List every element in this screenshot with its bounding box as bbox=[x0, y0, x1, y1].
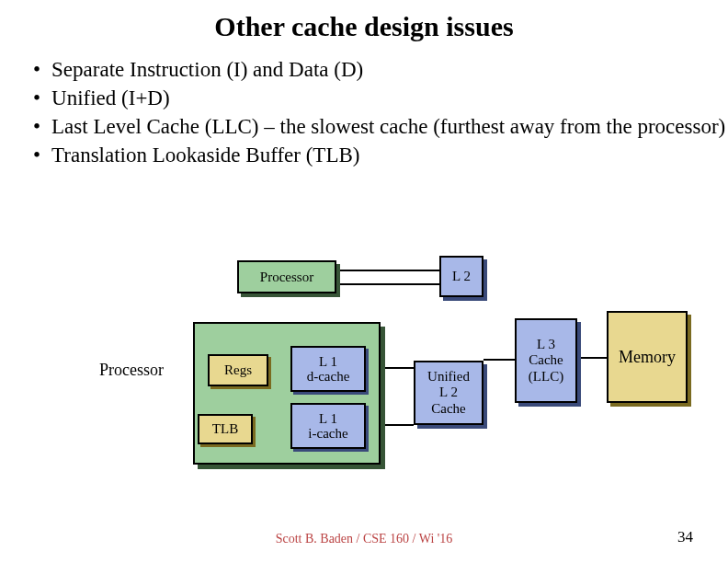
bullet-item: Unified (I+D) bbox=[33, 84, 728, 112]
processor-top-box: Processor bbox=[237, 260, 336, 293]
l3-llc-box: L 3Cache(LLC) bbox=[515, 318, 577, 403]
slide-title: Other cache design issues bbox=[0, 11, 728, 42]
l1-dcache-box: L 1d-cache bbox=[290, 346, 366, 392]
bullet-item: Last Level Cache (LLC) – the slowest cac… bbox=[33, 112, 728, 141]
footer-credit: Scott B. Baden / CSE 160 / Wi '16 bbox=[0, 532, 728, 546]
l1-icache-box: L 1i-cache bbox=[290, 403, 366, 449]
connector bbox=[577, 357, 607, 359]
connector bbox=[483, 359, 515, 361]
bullet-list: Separate Instruction (I) and Data (D) Un… bbox=[33, 55, 728, 169]
connector bbox=[336, 270, 439, 271]
processor-label: Processor bbox=[99, 361, 164, 380]
tlb-box: TLB bbox=[198, 414, 253, 444]
slide-number: 34 bbox=[677, 528, 693, 546]
unified-l2-box: UnifiedL 2Cache bbox=[414, 361, 483, 425]
bullet-item: Separate Instruction (I) and Data (D) bbox=[33, 55, 728, 84]
l2-box: L 2 bbox=[439, 256, 483, 297]
regs-box: Regs bbox=[208, 354, 268, 386]
memory-box: Memory bbox=[607, 311, 688, 403]
connector bbox=[336, 283, 439, 285]
bullet-item: Translation Lookaside Buffer (TLB) bbox=[33, 141, 728, 169]
